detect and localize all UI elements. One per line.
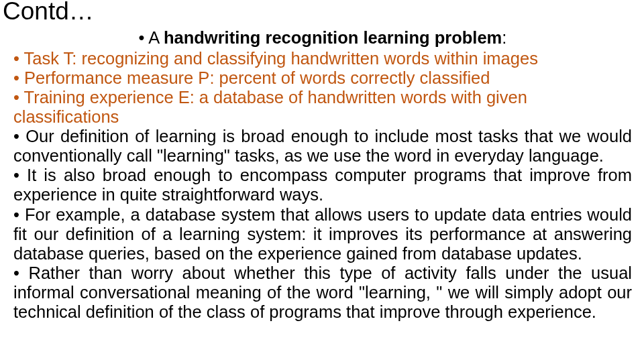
bullet-text: Our definition of learning is broad enou… — [13, 127, 632, 165]
heading-line: • A handwriting recognition learning pro… — [13, 28, 632, 48]
bullet-item: • Rather than worry about whether this t… — [13, 263, 632, 322]
heading-prefix: A — [148, 28, 164, 47]
bullet-text: It is also broad enough to encompass com… — [13, 166, 632, 204]
bullet-item: • Task T: recognizing and classifying ha… — [13, 49, 632, 68]
bullet-item: • For example, a database system that al… — [13, 205, 632, 263]
bullet-dot-icon: • — [13, 205, 25, 224]
bullet-dot-icon: • — [13, 127, 25, 145]
heading-bold: handwriting recognition learning problem — [164, 28, 502, 47]
slide-title: Contd… — [3, 0, 94, 25]
bullet-dot-icon: • — [13, 49, 24, 68]
bullet-dot-icon: • — [13, 166, 27, 184]
bullet-dot-icon: • — [13, 263, 28, 282]
bullet-text: Rather than worry about whether this typ… — [13, 263, 632, 321]
bullet-item: • Training experience E: a database of h… — [13, 88, 632, 127]
heading-suffix: : — [502, 28, 506, 47]
bullet-text: For example, a database system that allo… — [13, 205, 632, 263]
bullet-item: • Performance measure P: percent of word… — [13, 68, 632, 88]
slide-content: • A handwriting recognition learning pro… — [13, 28, 632, 322]
bullet-item: • It is also broad enough to encompass c… — [13, 166, 632, 204]
bullet-dot-icon: • — [13, 88, 24, 107]
bullets-container: • Task T: recognizing and classifying ha… — [13, 49, 632, 322]
bullet-text: Performance measure P: percent of words … — [24, 68, 490, 87]
bullet-dot-icon: • — [13, 68, 24, 87]
bullet-item: • Our definition of learning is broad en… — [13, 127, 632, 166]
bullet-text: Task T: recognizing and classifying hand… — [24, 49, 538, 68]
heading-bullet: • — [139, 28, 145, 47]
bullet-text: Training experience E: a database of han… — [13, 88, 527, 126]
